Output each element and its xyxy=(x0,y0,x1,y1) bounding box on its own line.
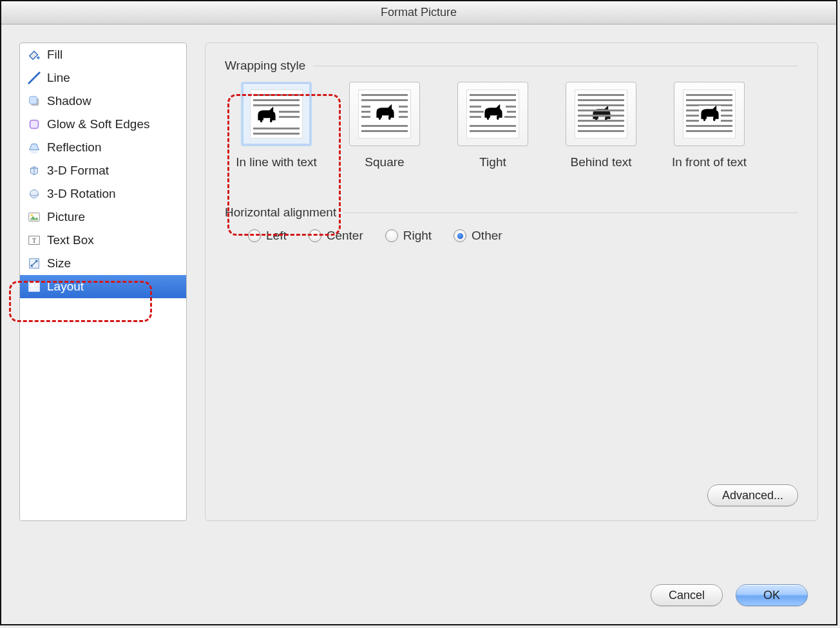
advanced-button[interactable]: Advanced... xyxy=(707,484,798,506)
radio-label: Center xyxy=(327,229,363,243)
sidebar-item-label: Shadow xyxy=(47,94,91,109)
wrap-option-label: Tight xyxy=(479,155,506,184)
sidebar-item-reflection[interactable]: Reflection xyxy=(20,136,186,159)
wrap-option-label: Square xyxy=(365,155,404,184)
sidebar-item-picture[interactable]: Picture xyxy=(20,205,186,229)
sidebar-item-text-box[interactable]: T Text Box xyxy=(20,229,186,252)
sidebar-item-label: Line xyxy=(47,71,70,86)
wrap-thumb-inline xyxy=(241,82,312,146)
sidebar-item-layout[interactable]: Layout xyxy=(20,275,186,298)
wrap-option-square[interactable]: Square xyxy=(339,82,430,184)
sidebar-item-line[interactable]: Line xyxy=(20,66,186,90)
radio-label: Right xyxy=(403,229,432,243)
dialog-footer: Cancel OK xyxy=(1,580,836,624)
size-icon xyxy=(26,256,42,271)
rotation-icon xyxy=(26,186,42,202)
category-sidebar: Fill Line Shadow Glow & Soft Edges xyxy=(19,43,187,521)
sidebar-item-label: Reflection xyxy=(47,140,102,155)
svg-point-7 xyxy=(30,190,39,198)
sidebar-item-label: Text Box xyxy=(47,233,94,248)
section-rule xyxy=(313,66,798,66)
wrap-option-tight[interactable]: Tight xyxy=(448,82,538,184)
sidebar-item-label: Glow & Soft Edges xyxy=(47,117,149,132)
sidebar-item-fill[interactable]: Fill xyxy=(20,43,186,66)
radio-align-center[interactable]: Center xyxy=(309,229,363,243)
wrapping-style-section: Wrapping style xyxy=(225,59,798,73)
picture-icon xyxy=(26,209,42,225)
sidebar-item-label: Picture xyxy=(47,210,85,225)
sidebar-item-size[interactable]: Size xyxy=(20,252,186,275)
ok-button[interactable]: OK xyxy=(736,584,808,606)
svg-rect-3 xyxy=(30,97,37,104)
section-label: Wrapping style xyxy=(225,59,305,73)
svg-point-10 xyxy=(31,214,33,216)
wrap-thumb-behind xyxy=(566,82,636,146)
sidebar-item-label: 3-D Rotation xyxy=(47,187,116,202)
line-icon xyxy=(26,70,42,86)
svg-rect-15 xyxy=(31,283,35,287)
wrap-option-label: In front of text xyxy=(672,155,747,184)
sidebar-item-label: 3-D Format xyxy=(47,164,109,178)
wrapping-options: In line with text Square xyxy=(231,82,798,184)
svg-text:T: T xyxy=(32,237,36,244)
titlebar: Format Picture xyxy=(1,1,836,24)
radio-label: Left xyxy=(266,229,287,243)
reflection-icon xyxy=(26,140,42,155)
window-title: Format Picture xyxy=(381,6,457,19)
sidebar-item-3d-format[interactable]: 3-D Format xyxy=(20,159,186,182)
alignment-options: Left Center Right Other xyxy=(248,229,798,243)
section-rule xyxy=(344,213,798,213)
sidebar-item-glow[interactable]: Glow & Soft Edges xyxy=(20,113,186,136)
svg-marker-6 xyxy=(30,151,39,154)
radio-align-right[interactable]: Right xyxy=(385,229,432,243)
svg-point-0 xyxy=(37,56,39,59)
wrap-option-label: Behind text xyxy=(570,155,631,184)
radio-align-other[interactable]: Other xyxy=(453,229,502,243)
radio-align-left[interactable]: Left xyxy=(248,229,287,243)
shadow-icon xyxy=(26,93,42,109)
wrap-thumb-square xyxy=(349,82,420,146)
glow-icon xyxy=(26,117,42,132)
radio-label: Other xyxy=(472,229,502,243)
radio-icon xyxy=(453,229,466,242)
layout-panel: Wrapping style In line with text xyxy=(205,43,818,521)
sidebar-item-shadow[interactable]: Shadow xyxy=(20,90,186,113)
svg-rect-4 xyxy=(30,120,39,129)
radio-icon xyxy=(385,229,398,242)
radio-icon xyxy=(309,229,321,242)
layout-icon xyxy=(26,279,42,294)
paint-bucket-icon xyxy=(26,47,42,62)
alignment-section: Horizontal alignment xyxy=(225,205,798,220)
radio-icon xyxy=(248,229,261,242)
sidebar-item-3d-rotation[interactable]: 3-D Rotation xyxy=(20,182,186,205)
cancel-button[interactable]: Cancel xyxy=(651,584,723,606)
sidebar-item-label: Size xyxy=(47,256,71,271)
cube-icon xyxy=(26,163,42,178)
svg-marker-5 xyxy=(30,144,39,150)
sidebar-item-label: Fill xyxy=(47,48,62,62)
textbox-icon: T xyxy=(26,233,42,248)
wrap-thumb-tight xyxy=(457,82,528,146)
sidebar-item-label: Layout xyxy=(47,280,84,294)
wrap-option-front[interactable]: In front of text xyxy=(664,82,754,184)
section-label: Horizontal alignment xyxy=(225,205,336,220)
svg-line-1 xyxy=(29,73,40,84)
wrap-option-inline[interactable]: In line with text xyxy=(231,82,321,184)
wrap-option-label: In line with text xyxy=(236,155,317,184)
wrap-option-behind[interactable]: Behind text xyxy=(556,82,646,184)
format-picture-dialog: Format Picture Fill Line Shadow xyxy=(0,0,837,625)
wrap-thumb-front xyxy=(674,82,745,146)
dialog-content: Fill Line Shadow Glow & Soft Edges xyxy=(1,24,836,580)
